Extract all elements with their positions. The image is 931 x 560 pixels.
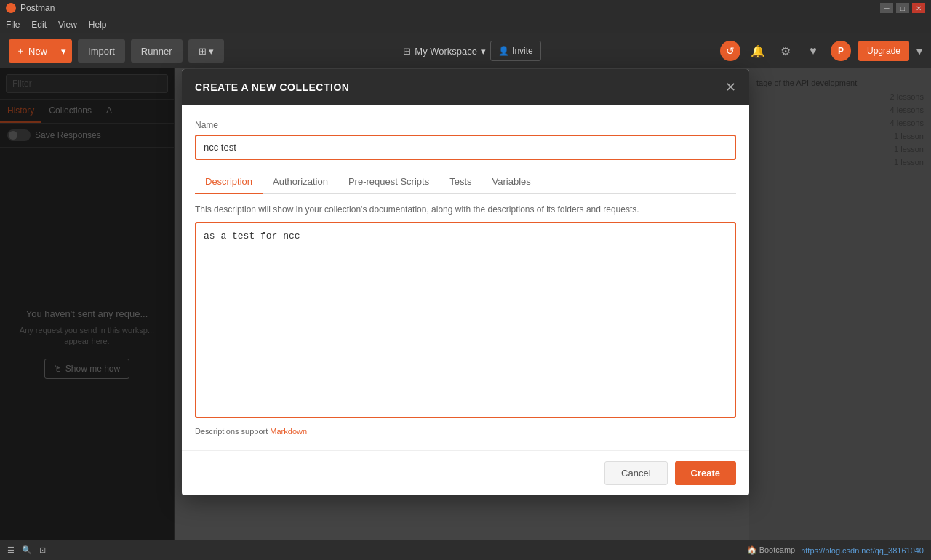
- main-area: History Collections A Save Responses You…: [0, 68, 931, 540]
- tab-description[interactable]: Description: [195, 170, 263, 194]
- collection-name-input[interactable]: [195, 135, 736, 160]
- modal-header: CREATE A NEW COLLECTION ✕: [182, 69, 749, 105]
- maximize-button[interactable]: □: [896, 3, 909, 13]
- markdown-link[interactable]: Markdown: [270, 427, 307, 436]
- create-collection-modal: CREATE A NEW COLLECTION ✕ Name Descripti…: [182, 69, 749, 495]
- menu-view[interactable]: View: [58, 20, 77, 30]
- close-button[interactable]: ✕: [912, 3, 925, 13]
- markdown-note: Descriptions support Markdown: [195, 427, 736, 436]
- workspace-chevron: ▾: [481, 46, 486, 57]
- workspace-center: ⊞ My Workspace ▾ 👤 Invite: [230, 41, 714, 61]
- tab-tests[interactable]: Tests: [439, 170, 482, 194]
- new-label: New: [28, 46, 47, 57]
- app-icon: [6, 3, 16, 13]
- bottom-left: ☰ 🔍 ⊡: [7, 545, 46, 555]
- runner-button[interactable]: Runner: [131, 39, 183, 63]
- modal-close-button[interactable]: ✕: [725, 79, 736, 95]
- window-controls[interactable]: ─ □ ✕: [880, 3, 925, 13]
- menu-help[interactable]: Help: [89, 20, 107, 30]
- minimize-button[interactable]: ─: [880, 3, 893, 13]
- modal-footer: Cancel Create: [182, 450, 749, 495]
- modal-body: Name Description Authorization Pre-reque…: [182, 105, 749, 450]
- bootcamp-label[interactable]: 🏠 Bootcamp: [747, 545, 796, 555]
- sync-icon[interactable]: ↺: [720, 41, 740, 61]
- modal-tabs: Description Authorization Pre-request Sc…: [195, 170, 736, 194]
- chevron-down-icon: ▾: [61, 46, 66, 57]
- interceptor-button[interactable]: ⊞ ▾: [188, 39, 225, 63]
- tab-pre-request-scripts[interactable]: Pre-request Scripts: [338, 170, 439, 194]
- main-toolbar: ＋ New ▾ Import Runner ⊞ ▾ ⊞ My Workspace…: [0, 33, 931, 68]
- cancel-button[interactable]: Cancel: [604, 461, 667, 485]
- menu-edit[interactable]: Edit: [31, 20, 47, 30]
- modal-overlay: CREATE A NEW COLLECTION ✕ Name Descripti…: [0, 68, 931, 540]
- description-textarea[interactable]: as a test for ncc: [195, 222, 736, 418]
- tab-variables[interactable]: Variables: [482, 170, 541, 194]
- grid-icon: ⊞: [403, 46, 411, 57]
- bottom-bar: ☰ 🔍 ⊡ 🏠 Bootcamp https://blog.csdn.net/q…: [0, 540, 931, 560]
- create-button[interactable]: Create: [675, 461, 736, 485]
- workspace-name: My Workspace: [415, 46, 477, 57]
- notification-icon[interactable]: 🔔: [748, 41, 768, 61]
- person-icon: 👤: [498, 46, 509, 56]
- layout-icon[interactable]: ⊡: [39, 545, 46, 555]
- menu-bar: File Edit View Help: [0, 16, 931, 33]
- app-name: Postman: [20, 3, 55, 13]
- new-button[interactable]: ＋ New ▾: [9, 39, 72, 63]
- plus-icon: ＋: [16, 44, 25, 57]
- upgrade-chevron: ▾: [916, 44, 922, 58]
- new-button-arrow[interactable]: ▾: [55, 39, 72, 63]
- toolbar-right: ↺ 🔔 ⚙ ♥ P Upgrade ▾: [720, 41, 922, 61]
- upgrade-button[interactable]: Upgrade: [858, 41, 909, 61]
- modal-title: CREATE A NEW COLLECTION: [195, 81, 349, 93]
- settings-icon[interactable]: ⚙: [775, 41, 796, 61]
- workspace-selector[interactable]: ⊞ My Workspace ▾: [403, 46, 486, 57]
- avatar[interactable]: P: [831, 41, 851, 61]
- sidebar-toggle-icon[interactable]: ☰: [7, 545, 15, 555]
- tab-authorization[interactable]: Authorization: [263, 170, 338, 194]
- new-button-main[interactable]: ＋ New: [9, 44, 55, 57]
- bottom-right: 🏠 Bootcamp https://blog.csdn.net/qq_3816…: [747, 545, 924, 555]
- invite-label: Invite: [512, 46, 533, 56]
- invite-button[interactable]: 👤 Invite: [490, 41, 541, 61]
- menu-file[interactable]: File: [6, 20, 20, 30]
- description-info: This description will show in your colle…: [195, 204, 736, 215]
- import-button[interactable]: Import: [78, 39, 125, 63]
- search-icon[interactable]: 🔍: [22, 545, 32, 555]
- name-label: Name: [195, 120, 736, 130]
- blog-link: https://blog.csdn.net/qq_38161040: [801, 546, 924, 555]
- heart-icon[interactable]: ♥: [803, 41, 823, 61]
- title-bar: Postman ─ □ ✕: [0, 0, 931, 16]
